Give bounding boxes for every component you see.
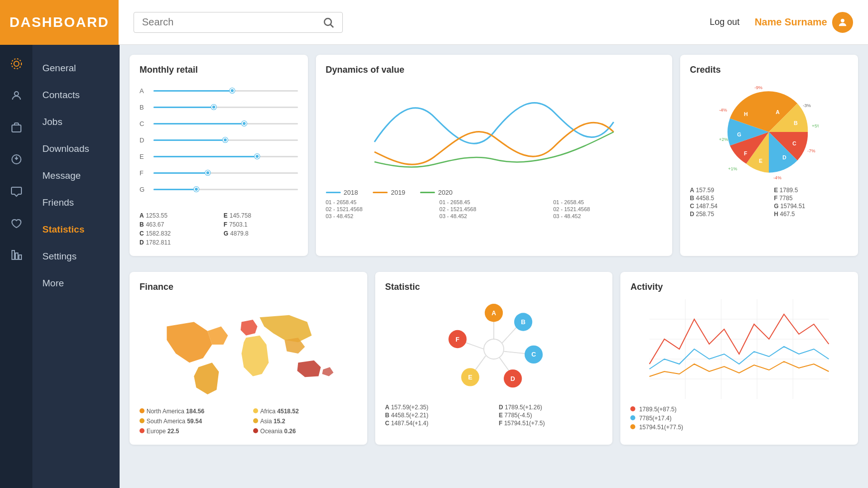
- retail-row-a: A: [140, 87, 298, 95]
- sidebar-item-statistics[interactable]: Statistics: [32, 216, 120, 243]
- activity-legend: 1789.5(+87.5) 7785(+17.4) 15794.51(+77.5…: [630, 406, 848, 431]
- retail-row-e: E: [140, 153, 298, 160]
- svg-text:A: A: [491, 309, 496, 317]
- sidebar-item-contacts[interactable]: Contacts: [32, 82, 120, 109]
- nav-icon-downloads[interactable]: [7, 150, 25, 168]
- sidebar-item-friends[interactable]: Friends: [32, 189, 120, 216]
- svg-text:E: E: [468, 373, 472, 381]
- retail-chart: A B: [140, 82, 298, 207]
- svg-text:D: D: [511, 375, 515, 382]
- logout-button[interactable]: Log out: [710, 17, 739, 27]
- svg-line-31: [502, 327, 516, 343]
- svg-text:C: C: [793, 140, 797, 146]
- layout: General Contacts Jobs Downloads Message …: [0, 45, 868, 488]
- nav-icon-message[interactable]: [7, 182, 25, 200]
- credits-data: A 157.59 E 1789.5 B 4458.5 F 7785 C 1487…: [690, 187, 849, 218]
- header: DASHBOARD Log out Name Surname: [0, 0, 868, 45]
- user-name: Name Surname: [754, 12, 853, 33]
- svg-text:-3%: -3%: [803, 103, 811, 108]
- sidebar-item-downloads[interactable]: Downloads: [32, 135, 120, 162]
- statistic-chart: A B C D: [385, 299, 603, 399]
- monthly-retail-title: Monthly retail: [140, 65, 298, 75]
- dynamics-chart: 2018 2019 2020 01 - 2658.4501 - 2658.450…: [326, 82, 662, 219]
- svg-point-2: [841, 18, 844, 22]
- svg-text:+2%: +2%: [719, 137, 728, 142]
- finance-card: Finance: [130, 272, 367, 445]
- nav-icon-statistics[interactable]: [7, 246, 25, 264]
- dynamics-title: Dynamics of value: [326, 65, 662, 75]
- svg-line-40: [475, 356, 486, 371]
- svg-text:A: A: [776, 109, 780, 115]
- top-cards-grid: Monthly retail A B: [130, 55, 858, 264]
- retail-row-b: B: [140, 104, 298, 111]
- statistic-data: A 157.59(+2.35) D 1789.5(+1.26) B 4458.5…: [385, 404, 603, 427]
- activity-card: Activity: [620, 272, 858, 445]
- search-input[interactable]: [142, 16, 318, 28]
- activity-chart: [630, 299, 848, 401]
- svg-text:-7%: -7%: [808, 148, 816, 153]
- svg-rect-8: [12, 250, 14, 259]
- svg-text:-4%: -4%: [719, 108, 727, 113]
- retail-stats: A1253.55 E145.758 B463.67 F7503.1 C1582.…: [140, 212, 298, 246]
- svg-text:F: F: [744, 150, 747, 156]
- bottom-cards-grid: Finance: [130, 272, 858, 445]
- retail-row-c: C: [140, 120, 298, 127]
- svg-rect-9: [15, 253, 18, 259]
- svg-point-3: [14, 61, 19, 66]
- svg-text:F: F: [455, 336, 459, 343]
- statistic-card: Statistic A B: [375, 272, 613, 445]
- logo: DASHBOARD: [0, 0, 119, 45]
- svg-point-4: [11, 59, 21, 69]
- text-sidebar: General Contacts Jobs Downloads Message …: [32, 45, 120, 488]
- dynamics-card: Dynamics of value 2018: [316, 55, 672, 256]
- svg-line-43: [465, 342, 484, 349]
- svg-text:G: G: [737, 131, 741, 137]
- svg-point-5: [14, 92, 18, 96]
- nav-icon-general[interactable]: [7, 55, 25, 73]
- svg-text:B: B: [794, 120, 798, 126]
- nav-icon-contacts[interactable]: [7, 87, 25, 105]
- svg-text:D: D: [783, 154, 787, 160]
- nav-icon-friends[interactable]: [7, 214, 25, 232]
- search-icon: [322, 16, 334, 28]
- avatar: [832, 12, 853, 33]
- finance-map: [140, 299, 357, 401]
- svg-text:C: C: [531, 351, 536, 358]
- svg-point-0: [324, 18, 331, 25]
- svg-line-1: [331, 24, 334, 27]
- svg-line-34: [504, 352, 526, 354]
- sidebar-item-jobs[interactable]: Jobs: [32, 109, 120, 135]
- svg-point-27: [484, 339, 504, 359]
- svg-text:-9%: -9%: [754, 85, 762, 90]
- svg-text:+5%: +5%: [812, 123, 819, 128]
- sidebar-item-message[interactable]: Message: [32, 162, 120, 189]
- dynamics-data: 01 - 2658.4501 - 2658.4501 - 2658.45 02 …: [326, 199, 662, 219]
- sidebar-item-settings[interactable]: Settings: [32, 243, 120, 270]
- retail-row-g: G: [140, 186, 298, 193]
- svg-text:E: E: [759, 158, 762, 164]
- svg-rect-10: [19, 255, 21, 259]
- activity-title: Activity: [630, 282, 848, 292]
- credits-title: Credits: [690, 65, 849, 75]
- dynamics-legend: 2018 2019 2020: [326, 189, 662, 196]
- svg-text:-4%: -4%: [773, 175, 781, 180]
- retail-row-d: D: [140, 136, 298, 144]
- retail-row-f: F: [140, 169, 298, 177]
- svg-text:+1%: +1%: [728, 166, 737, 171]
- nav-icon-jobs[interactable]: [7, 119, 25, 136]
- monthly-retail-card: Monthly retail A B: [130, 55, 308, 256]
- svg-text:B: B: [521, 318, 525, 326]
- finance-legend: North America 184.56 Africa 4518.52 Sout…: [140, 408, 357, 435]
- header-right: Log out Name Surname: [710, 12, 853, 33]
- credits-card: Credits: [680, 55, 859, 256]
- svg-rect-6: [12, 125, 21, 132]
- main-content: Monthly retail A B: [120, 45, 868, 488]
- finance-title: Finance: [140, 282, 357, 292]
- icon-sidebar: [0, 45, 32, 488]
- search-bar[interactable]: [134, 12, 343, 33]
- svg-line-37: [499, 357, 510, 371]
- credits-chart: A B C D E F G H -9% -3% +5% -7% -4%: [690, 82, 849, 182]
- sidebar-item-general[interactable]: General: [32, 55, 120, 82]
- sidebar-item-more[interactable]: More: [32, 270, 120, 297]
- svg-text:H: H: [744, 111, 748, 117]
